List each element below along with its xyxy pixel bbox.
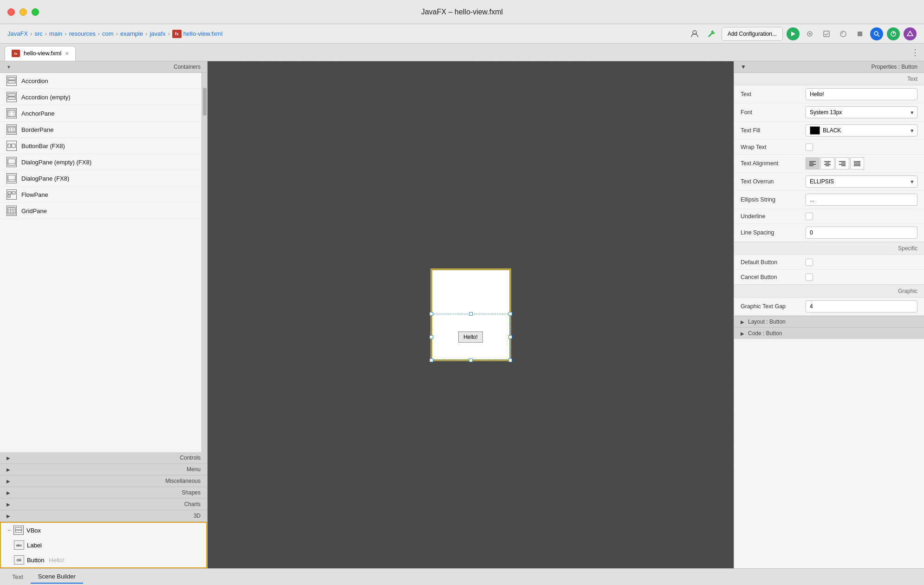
list-item-borderpane[interactable]: BorderPane — [0, 122, 202, 138]
toolbar-actions: Add Configuration... — [688, 27, 917, 41]
shapes-section[interactable]: ▶ Shapes — [0, 487, 207, 499]
containers-arrow: ▼ — [7, 65, 11, 70]
properties-header: ▼ Properties : Button — [734, 61, 924, 73]
cancel-button-checkbox[interactable] — [806, 273, 813, 281]
wrap-text-checkbox[interactable] — [806, 143, 813, 151]
handle-bl[interactable] — [429, 358, 433, 362]
list-item-dialogpane[interactable]: DialogPane (FX8) — [0, 170, 202, 187]
breadcrumb-main[interactable]: main — [49, 30, 62, 37]
tab-menu-button[interactable]: ⋮ — [911, 47, 919, 58]
breadcrumb-javafx2[interactable]: javafx — [150, 30, 165, 37]
list-item-dialogpane-empty[interactable]: DialogPane (empty) (FX8) — [0, 154, 202, 170]
gridpane-label: GridPane — [21, 208, 47, 214]
left-scrollbar[interactable] — [202, 73, 207, 452]
text-overrun-select-wrapper: ELLIPSIS ▾ — [806, 176, 917, 188]
controls-section[interactable]: ▶ Controls — [0, 452, 207, 464]
graphic-text-gap-input[interactable] — [806, 300, 917, 312]
close-button[interactable] — [7, 8, 15, 16]
underline-checkbox[interactable] — [806, 213, 813, 220]
maximize-button[interactable] — [32, 8, 39, 16]
coverage-button[interactable] — [820, 27, 833, 40]
list-item-accordion-empty[interactable]: Accordion (empty) — [0, 89, 202, 105]
align-right-button[interactable] — [835, 157, 849, 169]
prop-graphic-text-gap: Graphic Text Gap — [734, 298, 924, 316]
svg-rect-4 — [824, 31, 829, 37]
list-item-flowpane[interactable]: FlowPane — [0, 187, 202, 203]
canvas-background[interactable]: Hello! — [208, 61, 734, 568]
tab-text[interactable]: Text — [5, 571, 31, 583]
preview-button[interactable]: Hello! — [458, 332, 483, 343]
default-button-checkbox[interactable] — [806, 259, 813, 266]
layout-label: Layout : Button — [748, 318, 786, 325]
text-fill-select[interactable]: BLACK ▾ — [806, 124, 917, 136]
svg-rect-28 — [8, 175, 15, 182]
button-text-preview: Hello! — [49, 557, 65, 564]
font-select[interactable]: System 13px ▾ — [806, 106, 917, 118]
tree-item-button[interactable]: OK Button Hello! — [1, 552, 206, 567]
run-button[interactable] — [787, 27, 800, 40]
accordion-empty-label: Accordion (empty) — [21, 94, 70, 101]
underline-label: Underline — [741, 213, 806, 220]
tab-scene-builder[interactable]: Scene Builder — [31, 570, 83, 584]
svg-rect-25 — [12, 144, 15, 148]
layout-arrow: ▶ — [741, 319, 744, 325]
user-icon-button[interactable] — [688, 27, 701, 40]
update-button[interactable] — [887, 27, 900, 40]
stop-button[interactable] — [853, 27, 866, 40]
handle-br[interactable] — [508, 358, 512, 362]
ellipsis-string-input[interactable] — [806, 194, 917, 206]
tree-item-label[interactable]: abc Label — [1, 538, 206, 552]
list-item-gridpane[interactable]: GridPane — [0, 203, 202, 219]
search-button[interactable] — [870, 27, 883, 40]
plugin-button[interactable] — [904, 27, 917, 40]
menu-section[interactable]: ▶ Menu — [0, 464, 207, 475]
charts-section[interactable]: ▶ Charts — [0, 499, 207, 510]
tab-file-icon: fx — [12, 50, 20, 57]
anchorpane-icon — [7, 108, 17, 118]
breadcrumb-javafx[interactable]: JavaFX — [7, 30, 28, 37]
vbox-label: VBox — [26, 527, 41, 534]
svg-rect-6 — [858, 32, 862, 36]
breadcrumb-resources[interactable]: resources — [69, 30, 96, 37]
line-spacing-input[interactable] — [806, 227, 917, 239]
3d-section[interactable]: ▶ 3D — [0, 510, 207, 522]
profile-button[interactable] — [837, 27, 850, 40]
text-input[interactable] — [806, 88, 917, 100]
debug-button[interactable] — [803, 27, 816, 40]
handle-ml[interactable] — [429, 335, 433, 339]
font-dropdown-arrow: ▾ — [911, 110, 913, 116]
breadcrumb-example[interactable]: example — [120, 30, 143, 37]
code-button-footer[interactable]: ▶ Code : Button — [734, 327, 924, 339]
handle-bc[interactable] — [469, 358, 473, 362]
layout-button-footer[interactable]: ▶ Layout : Button — [734, 316, 924, 327]
tab-close-button[interactable]: × — [65, 50, 69, 57]
breadcrumb-src[interactable]: src — [34, 30, 42, 37]
align-left-button[interactable] — [806, 157, 820, 169]
list-item-buttonbar[interactable]: ButtonBar (FX8) — [0, 138, 202, 154]
tree-item-vbox[interactable]: − VBox — [1, 523, 206, 538]
left-scroll-thumb[interactable] — [203, 88, 207, 116]
tab-hello-view[interactable]: fx hello-view.fxml × — [5, 46, 76, 61]
specific-section-title: Specific — [734, 242, 924, 255]
containers-list: Accordion Accordion (empty) AnchorPane — [0, 73, 202, 452]
prop-text-fill: Text Fill BLACK ▾ — [734, 122, 924, 140]
font-select-wrapper: System 13px ▾ — [806, 106, 917, 118]
font-prop-label: Font — [741, 109, 806, 116]
miscellaneous-section[interactable]: ▶ Miscellaneous — [0, 475, 207, 487]
add-configuration-button[interactable]: Add Configuration... — [722, 27, 783, 41]
align-center-button[interactable] — [820, 157, 834, 169]
containers-header[interactable]: ▼ Containers — [0, 61, 207, 73]
prop-ellipsis-string: Ellipsis String — [734, 191, 924, 209]
text-overrun-select[interactable]: ELLIPSIS ▾ — [806, 176, 917, 188]
minimize-button[interactable] — [20, 8, 27, 16]
breadcrumb-file[interactable]: fx hello-view.fxml — [172, 30, 223, 38]
list-item-accordion[interactable]: Accordion — [0, 73, 202, 89]
svg-rect-31 — [12, 192, 15, 194]
list-item-anchorpane[interactable]: AnchorPane — [0, 105, 202, 122]
graphic-text-gap-label: Graphic Text Gap — [741, 303, 806, 310]
align-justify-button[interactable] — [850, 157, 864, 169]
handle-mr[interactable] — [508, 335, 512, 339]
vbox-collapse-button[interactable]: − — [7, 527, 11, 533]
breadcrumb-com[interactable]: com — [102, 30, 114, 37]
wrench-icon-button[interactable] — [705, 27, 718, 40]
